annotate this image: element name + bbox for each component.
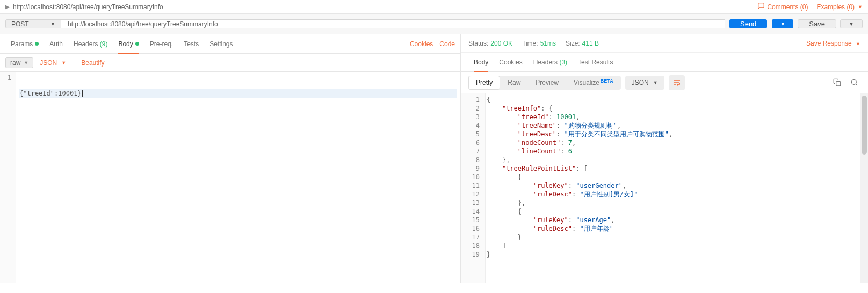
copy-icon[interactable] — [830, 76, 843, 89]
size-value: 411 B — [582, 40, 599, 47]
save-label: Save — [809, 20, 825, 28]
scrollbar[interactable] — [860, 93, 868, 283]
examples-label: Examples (0) — [816, 3, 855, 11]
cursor-icon — [82, 90, 83, 97]
response-line: "ruleKey": "userAge", — [487, 216, 867, 224]
save-response-button[interactable]: Save Response ▼ — [806, 40, 860, 47]
body-format-select[interactable]: JSON ▼ — [40, 59, 66, 67]
caret-down-icon: ▼ — [653, 80, 658, 85]
body-type-select[interactable]: raw ▼ — [5, 57, 33, 68]
line-number: 13 — [461, 199, 480, 207]
status-value: 200 OK — [490, 40, 512, 47]
scrollbar-thumb[interactable] — [862, 96, 867, 155]
response-view-mode: Pretty Raw Preview VisualizeBETA — [468, 76, 621, 90]
svg-point-1 — [851, 80, 856, 85]
tab-headers[interactable]: Headers (9) — [68, 34, 113, 53]
response-line: "ruleDesc": "用户性别[男/女]" — [487, 190, 867, 199]
response-line: "treeId": 10001, — [487, 113, 867, 121]
line-number: 4 — [461, 121, 480, 130]
time-value: 51ms — [540, 40, 556, 47]
response-line: "treeDesc": "用于分类不同类型用户可购物范围", — [487, 130, 867, 138]
tab-tests[interactable]: Tests — [178, 34, 204, 53]
send-button[interactable]: Send — [729, 19, 767, 28]
line-number: 16 — [461, 224, 480, 233]
response-line: "treeRulePointList": [ — [487, 164, 867, 173]
line-number: 7 — [461, 147, 480, 156]
response-line: { — [487, 96, 867, 104]
status-label: Status: — [468, 40, 488, 47]
beautify-button[interactable]: Beautify — [81, 59, 104, 67]
view-preview[interactable]: Preview — [528, 76, 566, 90]
url-value: http://localhost:8080/api/tree/queryTree… — [68, 20, 218, 28]
request-body-text: {"treeId":10001} — [19, 90, 82, 97]
comments-link[interactable]: Comments (0) — [757, 2, 808, 11]
request-body-editor[interactable]: 1 {"treeId":10001} — [0, 72, 460, 283]
view-pretty[interactable]: Pretty — [468, 76, 500, 90]
gutter: 1 — [0, 72, 16, 283]
tab-body[interactable]: Body — [113, 34, 144, 53]
code-link[interactable]: Code — [439, 40, 455, 48]
line-number: 2 — [461, 104, 480, 113]
response-line: "ruleKey": "userGender", — [487, 181, 867, 190]
line-number: 5 — [461, 130, 480, 138]
svg-rect-0 — [836, 82, 840, 86]
tab-settings[interactable]: Settings — [204, 34, 238, 53]
save-button[interactable]: Save — [798, 19, 836, 28]
response-line: "nodeCount": 7, — [487, 138, 867, 147]
line-number: 11 — [461, 181, 480, 190]
tab-params[interactable]: Params — [5, 34, 44, 53]
line-number: 1 — [461, 96, 480, 104]
response-line: }, — [487, 199, 867, 207]
comments-label: Comments (0) — [767, 3, 808, 11]
chevron-right-icon[interactable]: ▶ — [5, 4, 10, 10]
resp-tab-headers[interactable]: Headers (3) — [528, 53, 573, 71]
line-number: 17 — [461, 233, 480, 241]
line-number: 19 — [461, 250, 480, 259]
caret-down-icon: ▼ — [24, 60, 28, 65]
view-visualize[interactable]: VisualizeBETA — [566, 76, 621, 90]
caret-down-icon: ▼ — [50, 21, 55, 27]
line-number: 18 — [461, 241, 480, 250]
cookies-link[interactable]: Cookies — [410, 40, 433, 48]
line-number: 1 — [0, 74, 11, 82]
line-number: 15 — [461, 216, 480, 224]
response-body-editor[interactable]: 12345678910111213141516171819 { "treeInf… — [461, 93, 868, 283]
view-raw[interactable]: Raw — [500, 76, 528, 90]
resp-tab-tests[interactable]: Test Results — [573, 53, 618, 71]
response-line: { — [487, 173, 867, 181]
beta-badge: BETA — [601, 78, 613, 84]
response-line: } — [487, 233, 867, 241]
line-number: 6 — [461, 138, 480, 147]
time-label: Time: — [522, 40, 538, 47]
response-line: "treeName": "购物分类规则树", — [487, 121, 867, 130]
response-line: "ruleDesc": "用户年龄" — [487, 224, 867, 233]
response-line: } — [487, 250, 867, 259]
send-dropdown[interactable]: ▼ — [772, 19, 793, 28]
response-line: "treeInfo": { — [487, 104, 867, 113]
resp-tab-body[interactable]: Body — [468, 53, 494, 71]
response-line: }, — [487, 156, 867, 164]
line-number: 14 — [461, 207, 480, 216]
response-format-select[interactable]: JSON ▼ — [625, 76, 664, 90]
save-dropdown[interactable]: ▼ — [840, 19, 863, 28]
examples-link[interactable]: Examples (0) ▼ — [816, 3, 863, 11]
line-number: 3 — [461, 113, 480, 121]
line-number: 9 — [461, 164, 480, 173]
line-wrap-button[interactable] — [669, 75, 685, 90]
response-line: "lineCount": 6 — [487, 147, 867, 156]
line-number: 8 — [461, 156, 480, 164]
request-name: http://localhost:8080/api/tree/queryTree… — [13, 3, 163, 11]
method-select[interactable]: POST ▼ — [5, 19, 61, 28]
line-number: 10 — [461, 173, 480, 181]
tab-auth[interactable]: Auth — [44, 34, 68, 53]
url-input[interactable]: http://localhost:8080/api/tree/queryTree… — [61, 19, 725, 28]
tab-prerequest[interactable]: Pre-req. — [144, 34, 178, 53]
status-dot-icon — [35, 42, 39, 46]
resp-tab-cookies[interactable]: Cookies — [494, 53, 527, 71]
status-dot-icon — [135, 42, 139, 46]
caret-down-icon: ▼ — [856, 41, 860, 47]
comment-icon — [757, 2, 765, 11]
caret-down-icon: ▼ — [61, 60, 66, 65]
response-line: ] — [487, 241, 867, 250]
search-icon[interactable] — [848, 76, 860, 89]
